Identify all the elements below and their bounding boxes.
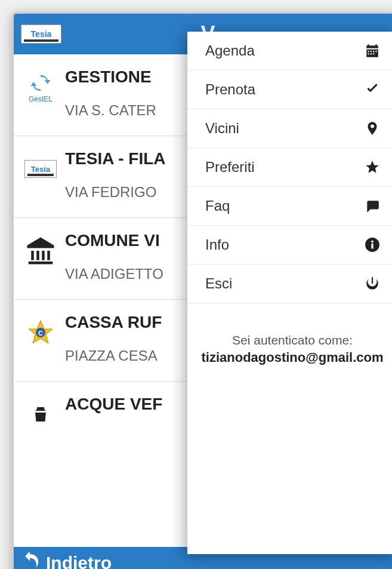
calendar-icon [364,42,381,59]
pin-icon [364,120,381,137]
power-icon [364,275,381,292]
menu-item-agenda[interactable]: Agenda [187,32,392,70]
menu-item-label: Esci [205,275,232,292]
menu-item-vicini[interactable]: Vicini [187,109,392,148]
menu-item-preferiti[interactable]: Preferiti [187,148,392,187]
side-menu-panel: Agenda Prenota Vicini Preferiti Faq [187,32,392,554]
chat-icon [364,198,381,214]
gestel-icon: GestEL [24,71,57,103]
info-icon [364,236,381,253]
menu-item-label: Prenota [205,81,255,98]
menu-item-label: Agenda [205,42,255,59]
header-logo[interactable]: Tesia [21,24,61,44]
menu-item-faq[interactable]: Faq [187,187,392,226]
svg-rect-5 [371,244,373,249]
menu-item-label: Faq [205,198,230,214]
menu-item-prenota[interactable]: Prenota [187,70,392,109]
menu-item-label: Preferiti [205,159,255,176]
tesia-icon: Tesia [24,153,57,185]
auth-email: tizianodagostino@gmail.com [197,350,388,365]
auth-info: Sei autenticato come: tizianodagostino@g… [187,303,392,365]
back-button[interactable]: Indietro [46,553,112,569]
menu-item-info[interactable]: Info [187,226,392,264]
menu-item-label: Info [205,236,229,253]
star-icon [364,159,381,176]
cassa-icon: C [24,316,57,349]
app-frame: Tesia V GestEL GESTIONE VIA S. CATER Tes… [12,12,392,569]
auth-label: Sei autenticato come: [197,333,388,347]
menu-item-esci[interactable]: Esci [187,264,392,303]
check-icon [364,81,381,98]
menu-item-label: Vicini [205,120,239,137]
bank-icon [24,235,57,267]
svg-text:C: C [38,330,43,337]
back-icon[interactable] [18,550,41,569]
gestel-icon-label: GestEL [29,95,53,103]
water-icon [24,398,57,430]
svg-point-6 [371,241,374,243]
